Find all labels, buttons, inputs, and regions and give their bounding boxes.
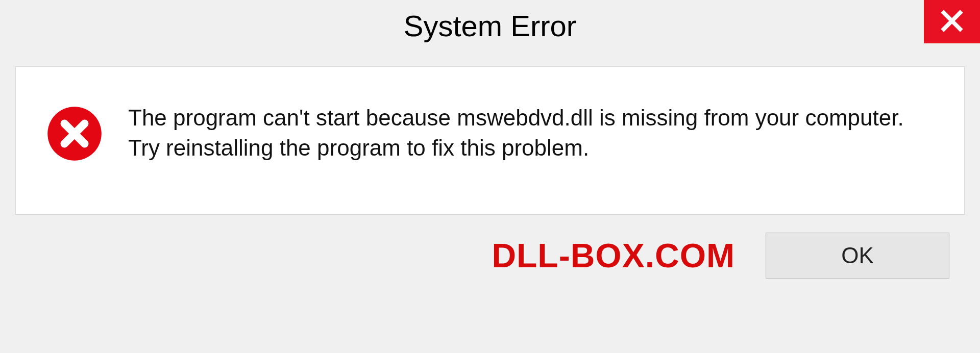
close-icon xyxy=(940,9,964,35)
titlebar: System Error xyxy=(0,0,980,51)
dialog-title: System Error xyxy=(404,9,576,43)
error-message: The program can't start because mswebdvd… xyxy=(128,103,934,163)
close-button[interactable] xyxy=(924,0,980,43)
content-panel: The program can't start because mswebdvd… xyxy=(15,66,965,215)
error-icon xyxy=(46,106,103,162)
footer: DLL-BOX.COM OK xyxy=(15,215,965,296)
ok-button[interactable]: OK xyxy=(766,233,949,279)
watermark-text: DLL-BOX.COM xyxy=(492,236,735,275)
